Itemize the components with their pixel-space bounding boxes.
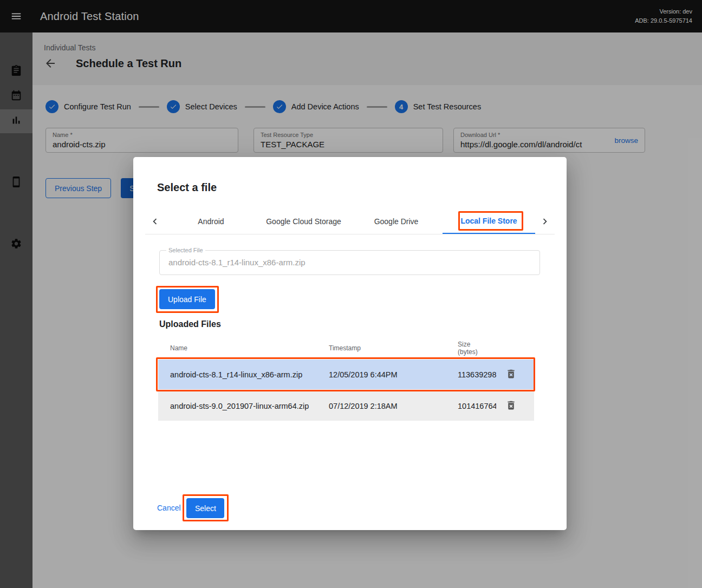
column-header-timestamp: Timestamp <box>317 344 447 352</box>
select-file-dialog: Select a file Android Google Cloud Stora… <box>133 157 567 530</box>
size-cell: 113639298 <box>447 370 496 379</box>
trash-icon <box>505 400 517 413</box>
select-button[interactable]: Select <box>186 498 224 518</box>
timestamp-cell: 12/05/2019 6:44PM <box>317 370 447 379</box>
selected-file-field: Selected File android-cts-8.1_r14-linux_… <box>159 250 540 275</box>
table-row[interactable]: android-cts-8.1_r14-linux_x86-arm.zip 12… <box>158 360 534 389</box>
selected-file-label: Selected File <box>166 247 205 253</box>
delete-file-button[interactable] <box>503 398 519 414</box>
cancel-button[interactable]: Cancel <box>157 504 181 512</box>
file-source-tabs: Android Google Cloud Storage Google Driv… <box>145 208 555 234</box>
uploaded-files-table: Name Timestamp Size (bytes) android-cts-… <box>158 337 534 422</box>
dialog-title: Select a file <box>157 181 217 194</box>
chevron-left-icon[interactable] <box>145 208 165 234</box>
uploaded-files-title: Uploaded Files <box>159 319 221 329</box>
column-header-size: Size (bytes) <box>447 341 496 356</box>
table-header-row: Name Timestamp Size (bytes) <box>158 337 534 360</box>
delete-file-button[interactable] <box>503 367 519 383</box>
timestamp-cell: 07/12/2019 2:18AM <box>317 402 447 410</box>
selected-file-value: android-cts-8.1_r14-linux_x86-arm.zip <box>160 251 540 275</box>
upload-file-button[interactable]: Upload File <box>159 289 215 309</box>
tab-google-cloud-storage[interactable]: Google Cloud Storage <box>257 208 350 234</box>
tab-local-file-store[interactable]: Local File Store <box>443 208 535 234</box>
tab-android[interactable]: Android <box>165 208 257 234</box>
column-header-name: Name <box>158 344 317 352</box>
table-row[interactable]: android-sts-9.0_201907-linux-arm64.zip 0… <box>158 391 534 421</box>
trash-icon <box>505 368 517 381</box>
file-name-cell: android-sts-9.0_201907-linux-arm64.zip <box>158 402 317 410</box>
tab-google-drive[interactable]: Google Drive <box>350 208 443 234</box>
chevron-right-icon[interactable] <box>535 208 555 234</box>
file-name-cell: android-cts-8.1_r14-linux_x86-arm.zip <box>158 370 317 379</box>
size-cell: 101416764 <box>447 402 496 410</box>
